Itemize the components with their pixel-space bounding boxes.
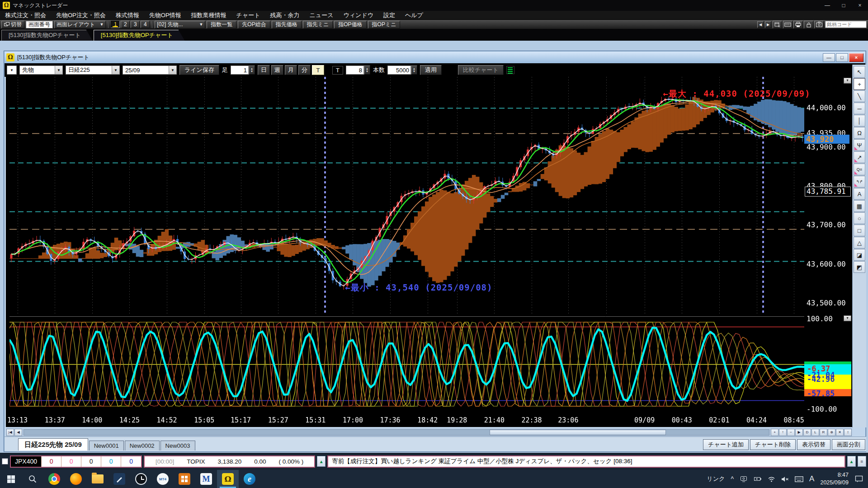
- menu-item[interactable]: 株式注文・照会: [0, 11, 51, 20]
- alert-bell-icon[interactable]: Ω: [854, 127, 865, 139]
- text-tool-icon[interactable]: A: [854, 188, 865, 200]
- tick-count-stepper[interactable]: ▲▼: [364, 66, 370, 75]
- menu-item[interactable]: 先物OP注文・照会: [51, 11, 111, 20]
- scroll-right-button[interactable]: D: [803, 429, 811, 436]
- replay-arrows-icon[interactable]: ↰↱: [854, 176, 865, 188]
- sheet-tab-2[interactable]: New0002: [125, 441, 160, 450]
- preset-dropdown[interactable]: [02] 先物...▼: [155, 21, 205, 28]
- sheet-tab-0[interactable]: 日経225先物 25/09: [18, 438, 88, 450]
- ellipse-tool-icon[interactable]: ○: [854, 212, 865, 224]
- chart-scrollbar-track[interactable]: [24, 429, 769, 436]
- tray-link-label[interactable]: リンク: [707, 475, 725, 483]
- eraser-icon[interactable]: ◪: [854, 249, 865, 261]
- category-select[interactable]: 先物▼: [19, 66, 63, 75]
- quick-button[interactable]: 指数一覧: [207, 21, 236, 28]
- taskbar-edge-icon[interactable]: e: [239, 470, 260, 488]
- tray-keyboard-icon[interactable]: [795, 476, 803, 482]
- scroll-right-button[interactable]: R: [820, 429, 827, 436]
- period-button-分[interactable]: 分: [298, 65, 311, 75]
- taskbar-search-icon[interactable]: [22, 470, 43, 488]
- chart-maximize-button[interactable]: □: [836, 53, 848, 62]
- menu-item[interactable]: ニュース: [305, 11, 339, 20]
- tray-wifi-icon[interactable]: [768, 476, 775, 482]
- chart-window-titlebar[interactable]: Ω [5130]指数先物OPチャート — □ ×: [5, 52, 865, 63]
- tray-chevron-up-icon[interactable]: ^: [731, 475, 734, 483]
- symbol-code-input[interactable]: [825, 21, 867, 28]
- eraser-all-icon[interactable]: ◩: [854, 261, 865, 273]
- screen-button-4[interactable]: 4: [141, 21, 150, 28]
- switch-button[interactable]: 切替: [1, 21, 24, 28]
- quick-button[interactable]: 指OP価格: [334, 21, 366, 28]
- scroll-right-button[interactable]: ▶: [795, 429, 803, 436]
- lock-icon[interactable]: [804, 21, 813, 28]
- price-axis-collapse-button[interactable]: ▼: [844, 78, 851, 84]
- interval-input[interactable]: [231, 66, 249, 75]
- tray-notification-icon[interactable]: [854, 475, 863, 483]
- screen-number-toggle[interactable]: 画面番号: [26, 21, 53, 28]
- menu-item[interactable]: 株式情報: [111, 11, 144, 20]
- status-checkbox[interactable]: [2, 458, 8, 465]
- footer-button[interactable]: チャート追加: [703, 439, 749, 450]
- toolbar-prev-button[interactable]: ◀: [757, 21, 764, 28]
- period-button-T[interactable]: T: [312, 65, 324, 75]
- scroll-right-button[interactable]: ✕: [836, 429, 844, 436]
- screen-button-1[interactable]: 1: [111, 21, 120, 28]
- period-button-月[interactable]: 月: [285, 65, 297, 75]
- quick-button[interactable]: 指OPミニ: [368, 21, 401, 28]
- pitchfork-icon[interactable]: Ψ: [854, 139, 865, 151]
- interval-stepper[interactable]: ▲▼: [249, 66, 255, 75]
- taskbar-mail-icon[interactable]: [108, 470, 130, 488]
- ticker-menu-button[interactable]: ≡: [858, 456, 866, 467]
- workspace-tab-0[interactable]: [5130]指数先物OPチャート: [1, 30, 93, 41]
- workspace-tab-1[interactable]: [5130]指数先物OPチャート: [94, 30, 185, 41]
- tick-count-input[interactable]: [346, 66, 364, 75]
- scroll-left-button[interactable]: ◀: [14, 429, 22, 436]
- taskbar-app-grid-icon[interactable]: [174, 470, 195, 488]
- scroll-right-button[interactable]: ⊕: [828, 429, 835, 436]
- grid-tool-icon[interactable]: ▦: [854, 200, 865, 212]
- taskbar-clock-app-icon[interactable]: [130, 470, 152, 488]
- scroll-right-button[interactable]: ↕: [844, 429, 852, 436]
- menu-item[interactable]: 設定: [378, 11, 400, 20]
- toolbar-next-button[interactable]: ▶: [765, 21, 771, 28]
- tray-battery-icon[interactable]: [754, 476, 762, 482]
- taskbar-firefox-icon[interactable]: [65, 470, 87, 488]
- line-save-button[interactable]: ライン保存: [179, 65, 219, 75]
- bars-stepper[interactable]: ▲▼: [411, 66, 417, 75]
- vertical-line-icon[interactable]: │: [854, 115, 865, 127]
- window-restore-icon[interactable]: [773, 21, 782, 28]
- trendline-icon[interactable]: ╲: [854, 90, 865, 102]
- menu-item[interactable]: 先物OP情報: [144, 11, 186, 20]
- footer-button[interactable]: チャート削除: [750, 439, 796, 450]
- scroll-right-button[interactable]: −: [787, 429, 795, 436]
- quick-button[interactable]: 指先ミニ: [303, 21, 333, 28]
- menu-item[interactable]: チャート: [231, 11, 265, 20]
- screen-button-2[interactable]: 2: [121, 21, 130, 28]
- apply-button[interactable]: 適用: [420, 65, 442, 75]
- scroll-left-button[interactable]: |◀: [6, 429, 14, 436]
- sheet-tab-3[interactable]: New0003: [160, 441, 195, 450]
- tray-ime-indicator[interactable]: A: [809, 474, 814, 483]
- chart-scrollbar-thumb[interactable]: [490, 430, 666, 435]
- rectangle-tool-icon[interactable]: □: [854, 225, 865, 236]
- chart-canvas[interactable]: [9, 77, 804, 414]
- cursor-icon[interactable]: ↖: [854, 66, 865, 78]
- quick-button[interactable]: 先OP総合: [238, 21, 270, 28]
- camera-icon[interactable]: [814, 21, 824, 28]
- ticker-scroll-up-button[interactable]: ▲: [847, 456, 856, 467]
- app-minimize-button[interactable]: —: [819, 0, 835, 11]
- contract-select[interactable]: 25/09▼: [123, 66, 177, 75]
- compare-chart-button[interactable]: 比較チャート: [458, 65, 504, 75]
- ticker-up-button[interactable]: ▲: [317, 456, 326, 467]
- taskbar-explorer-icon[interactable]: [87, 470, 108, 488]
- menu-item[interactable]: ヘルプ: [400, 11, 428, 20]
- tray-volume-muted-icon[interactable]: [781, 476, 789, 482]
- sheet-tab-1[interactable]: New0001: [89, 441, 124, 450]
- chart-close-button[interactable]: ×: [849, 53, 863, 62]
- horizontal-line-icon[interactable]: ─: [854, 103, 865, 114]
- tray-display-icon[interactable]: [740, 476, 748, 482]
- footer-button[interactable]: 表示切替: [797, 439, 830, 450]
- app-maximize-button[interactable]: □: [835, 0, 852, 11]
- quick-button[interactable]: 指先価格: [272, 21, 302, 28]
- menu-item[interactable]: ウィンドウ: [338, 11, 378, 20]
